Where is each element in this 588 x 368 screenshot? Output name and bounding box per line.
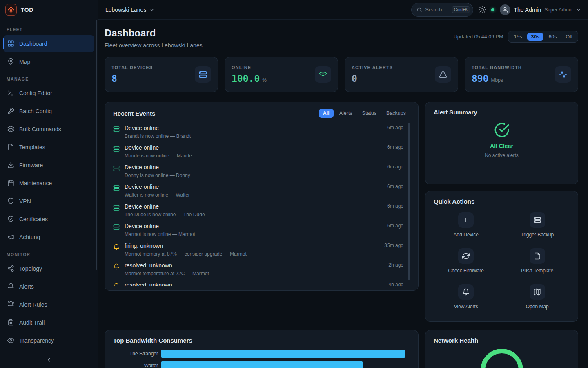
view-alerts-button[interactable]: View Alerts <box>434 284 499 310</box>
quick-action-label: Check Firmware <box>448 268 484 274</box>
quick-actions-grid: Add Device Trigger Backup Check Firmware <box>434 212 570 310</box>
main: Lebowski Lanes Search... Cmd+K The A <box>98 0 588 368</box>
sidebar-item-templates[interactable]: Templates <box>3 139 94 155</box>
event-title: resolved: unknown <box>125 282 379 286</box>
event-main: Device online Marmot is now online — Mar… <box>125 223 377 237</box>
sidebar-item-firmware[interactable]: Firmware <box>3 157 94 173</box>
tab-backups[interactable]: Backups <box>382 109 410 118</box>
sidebar-item-label: VPN <box>19 198 31 204</box>
sidebar-item-map[interactable]: Map <box>3 53 94 70</box>
event-main: Device online The Dude is now online — T… <box>125 203 377 217</box>
topbar: Lebowski Lanes Search... Cmd+K The A <box>98 0 588 20</box>
list-item[interactable]: resolved: unknown 4h ago <box>113 279 403 286</box>
bell-icon <box>7 283 14 290</box>
server-icon <box>113 223 120 232</box>
dashboard-grid: Recent Events All Alerts Status Backups <box>105 102 578 368</box>
list-item[interactable]: resolved: unknown Marmot temperature at … <box>113 259 403 279</box>
brand[interactable]: TOD <box>0 0 98 20</box>
alert-note-text: No active alerts <box>485 153 519 158</box>
sidebar-item-alerts[interactable]: Alerts <box>3 278 94 295</box>
sidebar-item-transparency[interactable]: Transparency <box>3 332 94 349</box>
page-content: Dashboard Fleet overview across Lebowski… <box>98 20 588 368</box>
refresh-interval-control: 15s 30s 60s Off <box>508 31 578 43</box>
sidebar-item-audit-trail[interactable]: Audit Trail <box>3 314 94 331</box>
server-icon <box>113 144 120 153</box>
refresh-option-60s[interactable]: 60s <box>544 33 561 41</box>
stat-active-alerts: ACTIVE ALERTS 0 <box>345 57 458 92</box>
server-icon <box>195 66 211 83</box>
theme-toggle-button[interactable] <box>479 6 486 13</box>
event-main: resolved: unknown <box>125 282 379 286</box>
bar-track <box>161 350 410 358</box>
stat-value: 100.0 <box>232 73 260 84</box>
page-subtitle: Fleet overview across Lebowski Lanes <box>105 41 203 49</box>
sidebar-item-label: Batch Config <box>19 108 52 114</box>
stat-total-devices: TOTAL DEVICES 8 <box>105 57 218 92</box>
sidebar-item-maintenance[interactable]: Maintenance <box>3 175 94 191</box>
shield-icon <box>7 197 14 204</box>
bandwidth-title: Top Bandwidth Consumers <box>113 337 192 344</box>
sidebar-item-dashboard[interactable]: Dashboard <box>3 35 94 52</box>
open-map-button[interactable]: Open Map <box>505 284 570 310</box>
trigger-backup-button[interactable]: Trigger Backup <box>505 212 570 238</box>
bell-icon <box>113 262 120 271</box>
sidebar-item-vpn[interactable]: VPN <box>3 193 94 209</box>
event-filter-tabs: All Alerts Status Backups <box>319 109 410 118</box>
search-placeholder: Search... <box>425 7 448 13</box>
event-list-scrollbar[interactable] <box>408 123 410 280</box>
list-item[interactable]: Device online Maude is now online — Maud… <box>113 141 403 161</box>
sidebar-item-label: Transparency <box>19 337 54 344</box>
sidebar-item-alert-rules[interactable]: Alert Rules <box>3 296 94 313</box>
page-head: Dashboard Fleet overview across Lebowski… <box>105 27 578 49</box>
refresh-option-30s[interactable]: 30s <box>527 33 544 41</box>
refresh-option-15s[interactable]: 15s <box>510 33 526 41</box>
check-firmware-button[interactable]: Check Firmware <box>434 248 499 274</box>
sidebar-item-batch-config[interactable]: Batch Config <box>3 103 94 119</box>
brand-name: TOD <box>21 7 33 13</box>
refresh-option-off[interactable]: Off <box>562 33 577 41</box>
event-main: firing: unknown Marmot memory at 87% — c… <box>125 242 374 256</box>
stat-value: 0 <box>352 73 357 84</box>
list-item[interactable]: firing: unknown Marmot memory at 87% — c… <box>113 240 403 259</box>
updated-timestamp: Updated 05:44:09 PM <box>454 34 503 40</box>
push-template-button[interactable]: Push Template <box>505 248 570 274</box>
sidebar-scrollbar[interactable] <box>96 20 97 270</box>
network-health-gauge <box>481 349 523 368</box>
sidebar-item-topology[interactable]: Topology <box>3 260 94 277</box>
tab-alerts[interactable]: Alerts <box>335 109 356 118</box>
event-detail: Marmot memory at 87% — consider upgrade … <box>125 251 374 257</box>
brand-logo-icon <box>5 4 17 16</box>
event-main: Device online Walter is now online — Wal… <box>125 184 377 197</box>
grid-icon <box>7 40 14 47</box>
user-menu[interactable]: The Admin Super Admin <box>500 4 581 15</box>
recent-events-header: Recent Events All Alerts Status Backups <box>113 109 410 118</box>
bell-icon <box>113 282 120 286</box>
sidebar-item-bulk-commands[interactable]: Bulk Commands <box>3 121 94 137</box>
server-icon <box>113 203 120 212</box>
tab-all[interactable]: All <box>319 109 334 118</box>
event-detail: Donny is now online — Donny <box>125 173 377 179</box>
map-pin-icon <box>7 58 14 65</box>
event-time: 6m ago <box>387 144 403 158</box>
list-item[interactable]: Device online Brandt is now online — Bra… <box>113 122 403 141</box>
event-main: Device online Donny is now online — Donn… <box>125 164 377 178</box>
sidebar-item-achtung[interactable]: Achtung <box>3 229 94 245</box>
add-device-button[interactable]: Add Device <box>434 212 499 238</box>
event-time: 4h ago <box>388 282 403 286</box>
org-switcher[interactable]: Lebowski Lanes <box>105 7 155 13</box>
tab-status[interactable]: Status <box>358 109 381 118</box>
user-name: The Admin <box>514 7 541 13</box>
event-time: 35m ago <box>384 242 403 256</box>
list-item[interactable]: Device online Walter is now online — Wal… <box>113 181 403 200</box>
stat-value-row: 100.0 % <box>232 73 267 84</box>
alert-status-text: All Clear <box>490 143 513 149</box>
search-input[interactable]: Search... Cmd+K <box>411 3 473 17</box>
server-icon <box>113 164 120 173</box>
sidebar-item-config-editor[interactable]: Config Editor <box>3 85 94 101</box>
sidebar-item-certificates[interactable]: Certificates <box>3 211 94 227</box>
sidebar-item-label: Alerts <box>19 283 34 290</box>
list-item[interactable]: Device online The Dude is now online — T… <box>113 200 403 220</box>
list-item[interactable]: Device online Donny is now online — Donn… <box>113 161 403 181</box>
sidebar-collapse-button[interactable] <box>0 351 98 368</box>
list-item[interactable]: Device online Marmot is now online — Mar… <box>113 220 403 240</box>
